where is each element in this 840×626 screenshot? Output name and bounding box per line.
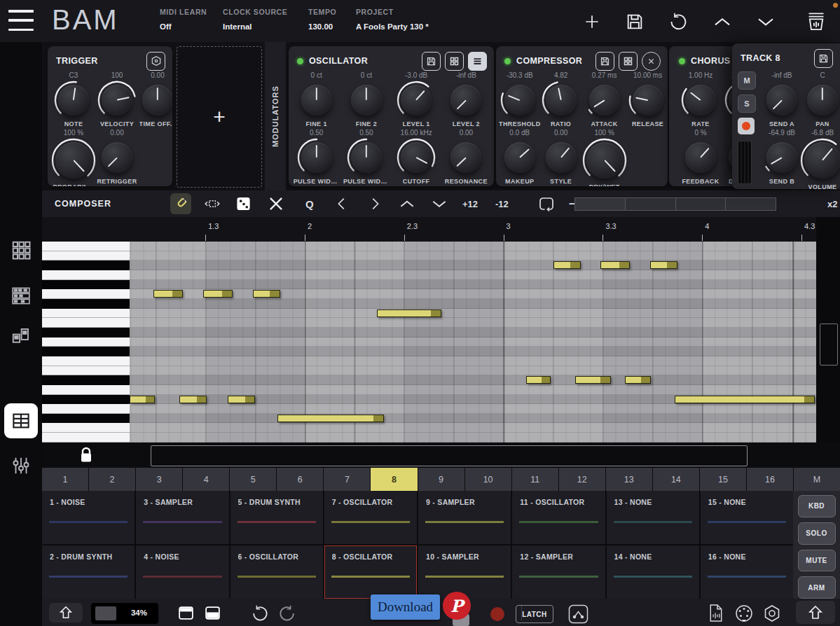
step-sequencer-view-icon[interactable] (0, 280, 42, 311)
black-key[interactable] (42, 299, 130, 309)
layout-bottom-icon[interactable] (204, 604, 221, 622)
midi-note[interactable] (675, 396, 815, 403)
settings-hexagon-icon[interactable] (762, 604, 782, 623)
knob-makeup[interactable]: 0.0 dBMAKEUP (499, 129, 541, 186)
pattern-cell-14[interactable]: 14 (653, 468, 699, 491)
knob-ratio[interactable]: 4.82RATIO (541, 71, 581, 129)
midi-note[interactable] (277, 415, 384, 422)
pad-7-oscillator[interactable]: 7 - OSCILLATOR (324, 491, 417, 544)
knob-fine-2[interactable]: 0 ctFINE 2 (341, 71, 391, 129)
pattern-cell-1[interactable]: 1 (42, 468, 88, 491)
pad-6-oscillator[interactable]: 6 - OSCILLATOR (230, 545, 323, 599)
shift-button[interactable] (49, 603, 83, 622)
shift-down-button[interactable] (430, 195, 448, 213)
add-project-button[interactable] (580, 10, 604, 34)
midi-note[interactable] (253, 290, 280, 298)
knob-pulse-widt-[interactable]: 0.50PULSE WIDT... (291, 129, 341, 186)
midi-note[interactable] (625, 376, 651, 384)
quantize-button[interactable]: Q (305, 198, 314, 210)
pattern-cell-12[interactable]: 12 (559, 468, 605, 491)
undo-button[interactable] (666, 10, 690, 34)
knob-send-a[interactable]: -inf dBSEND A (762, 71, 802, 129)
white-key[interactable] (42, 251, 130, 261)
knob-resonance[interactable]: 0.00RESONANCE (441, 129, 491, 186)
white-key[interactable] (42, 318, 130, 328)
trigger-settings-hexagon-icon[interactable] (146, 52, 165, 71)
midi-note[interactable] (650, 261, 677, 269)
black-key[interactable] (42, 347, 130, 356)
white-key[interactable] (42, 242, 130, 251)
record-button[interactable] (490, 607, 504, 621)
pinterest-overlay-icon[interactable]: P (443, 592, 471, 620)
vertical-scrollbar-thumb[interactable] (820, 324, 838, 366)
track-up-button[interactable] (710, 10, 734, 34)
white-key[interactable] (42, 366, 130, 376)
midi-note[interactable] (179, 396, 207, 403)
multiply-by-2-button[interactable]: x2 (827, 199, 837, 209)
white-key[interactable] (42, 289, 130, 299)
pattern-cell-3[interactable]: 3 (136, 468, 182, 491)
menu-hamburger-icon[interactable] (8, 10, 34, 31)
redo-edit-button[interactable] (278, 604, 296, 622)
pattern-cell-8[interactable]: 8 (371, 468, 417, 491)
octave-up-button[interactable]: +12 (462, 199, 478, 209)
latch-button[interactable]: LATCH (516, 605, 553, 623)
midi-note[interactable] (203, 290, 233, 298)
knob-style[interactable]: 0.00STYLE (541, 129, 581, 186)
shift-up-button[interactable] (398, 195, 416, 213)
snap-magnet-button[interactable] (170, 193, 191, 214)
pad-3-sampler[interactable]: 3 - SAMPLER (136, 491, 228, 544)
compressor-close-icon[interactable] (642, 52, 661, 71)
knob-probabil-[interactable]: 100 %PROBABIL... (50, 129, 97, 186)
pad-12-sampler[interactable]: 12 - SAMPLER (512, 545, 605, 599)
keyboard-velocity-box[interactable]: 34% (91, 603, 158, 624)
lock-icon[interactable] (78, 446, 94, 464)
compressor-enabled-dot[interactable] (504, 58, 511, 64)
pad-2-drum-synth[interactable]: 2 - DRUM SYNTH (42, 545, 135, 599)
save-button[interactable] (623, 10, 647, 34)
piano-keyboard[interactable] (42, 242, 130, 443)
pad-13-none[interactable]: 13 - NONE (607, 491, 699, 544)
store-icon[interactable] (804, 10, 828, 34)
oscillator-save-icon[interactable] (422, 52, 441, 71)
oscillator-grid-icon[interactable] (445, 52, 464, 71)
pattern-cell-6[interactable]: 6 (277, 468, 323, 491)
pattern-cell-9[interactable]: 9 (418, 468, 464, 491)
black-key[interactable] (42, 395, 130, 405)
delete-notes-button[interactable] (267, 195, 285, 213)
pattern-cell-15[interactable]: 15 (700, 468, 746, 491)
field-clock-source[interactable]: CLOCK SOURCEInternal (223, 8, 287, 31)
knob-rate[interactable]: 1.00 HzRATE (679, 71, 722, 129)
compressor-save-icon[interactable] (595, 52, 614, 71)
knob-pan[interactable]: CPAN (802, 71, 840, 129)
knob-velocity[interactable]: 100VELOCITY (97, 71, 137, 129)
pad-5-drum-synth[interactable]: 5 - DRUM SYNTH (230, 491, 323, 544)
knob-level-2[interactable]: -inf dBLEVEL 2 (441, 71, 491, 129)
horizontal-scrollbar-thumb[interactable] (151, 445, 748, 466)
pad-14-none[interactable]: 14 - NONE (607, 545, 699, 599)
track8-save-icon[interactable] (814, 49, 833, 68)
pad-16-none[interactable]: 16 - NONE (701, 545, 793, 599)
pad-11-oscillator[interactable]: 11 - OSCILLATOR (512, 491, 605, 544)
black-key[interactable] (42, 328, 130, 338)
pad-9-sampler[interactable]: 9 - SAMPLER (418, 491, 511, 544)
knob-level-1[interactable]: -3.0 dBLEVEL 1 (392, 71, 441, 129)
kbd-button[interactable]: KBD (798, 495, 836, 517)
pattern-cell-16[interactable]: 16 (747, 468, 793, 491)
track-solo-button[interactable]: S (738, 95, 756, 113)
pad-4-noise[interactable]: 4 - NOISE (136, 545, 228, 599)
track-mute-button[interactable]: M (738, 71, 756, 90)
midi-note[interactable] (575, 376, 611, 384)
move-selection-button[interactable] (203, 195, 221, 213)
download-overlay-button[interactable]: Download (371, 594, 440, 620)
knob-release[interactable]: 10.00 msRELEASE (628, 71, 668, 129)
white-key[interactable] (42, 309, 130, 319)
composer-view-icon[interactable] (4, 403, 38, 438)
oscillator-enabled-dot[interactable] (297, 58, 303, 64)
nudge-left-button[interactable] (334, 196, 350, 211)
knob-send-b[interactable]: -64.9 dBSEND B (762, 129, 802, 189)
midi-note[interactable] (377, 309, 441, 317)
pad-10-sampler[interactable]: 10 - SAMPLER (418, 545, 511, 599)
pattern-cell-2[interactable]: 2 (89, 468, 135, 491)
chorus-enabled-dot[interactable] (679, 58, 685, 64)
